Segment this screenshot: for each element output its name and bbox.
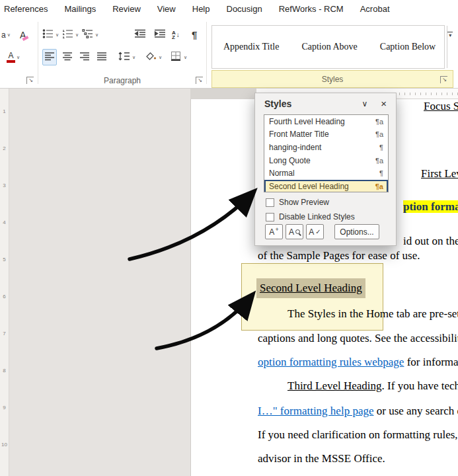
manage-styles-button[interactable]: A✓ — [306, 224, 324, 239]
bullet-list-icon — [42, 28, 54, 42]
borders-button[interactable]: ∨ — [169, 49, 188, 65]
justify-button[interactable] — [95, 49, 108, 65]
align-left-button[interactable] — [42, 49, 57, 65]
font-color-icon: A — [7, 52, 15, 63]
doc-line-sample-pages[interactable]: of the Sample Pages for ease of use. — [258, 249, 420, 262]
doc-line-laid-out[interactable]: id out on the S — [403, 235, 458, 248]
ribbon-tab-bar: References Mailings Review View Help Doc… — [0, 0, 458, 18]
doc-second-level-heading[interactable]: Second Level Heading — [256, 278, 365, 298]
disable-linked-styles-checkbox[interactable]: Disable Linked Styles — [266, 212, 355, 221]
checkbox-icon[interactable] — [266, 198, 274, 207]
decrease-indent-button[interactable] — [132, 26, 148, 43]
option-formatting-link[interactable]: option formatting rules webpage — [258, 356, 404, 368]
chevron-down-icon: ∨ — [95, 32, 98, 37]
doc-first-level-heading[interactable]: First Lev — [421, 167, 458, 180]
paint-bucket-icon — [144, 51, 157, 64]
style-item-label: Normal — [269, 169, 295, 178]
style-item-front-matter-title[interactable]: Front Matter Title ¶a — [264, 128, 388, 141]
tab-review[interactable]: Review — [112, 4, 141, 14]
tab-acrobat[interactable]: Acrobat — [360, 4, 390, 14]
style-inspector-button[interactable]: A — [286, 224, 303, 239]
styles-pane-launcher[interactable]: ↘ — [440, 76, 447, 83]
styles-group-label-bar: Styles ↘ — [211, 70, 453, 88]
ruler-number: 2 — [0, 145, 9, 151]
paragraph-group-label: Paragraph — [40, 76, 205, 85]
gallery-style-caption-below[interactable]: Caption Below — [369, 42, 447, 52]
align-center-button[interactable] — [61, 49, 74, 65]
style-item-label: Fourth Level Heading — [269, 117, 345, 126]
doc-line-help-page[interactable]: I…" formatting help page or use any sear… — [258, 405, 458, 418]
gallery-style-caption-above[interactable]: Caption Above — [290, 42, 368, 52]
doc-line-clarification[interactable]: If you need clarification on formatting … — [258, 428, 458, 442]
tab-help[interactable]: Help — [192, 4, 210, 14]
paragraph-mark-icon: ¶ — [379, 169, 383, 177]
style-item-second-level-heading[interactable]: Second Level Heading ¶a — [264, 180, 388, 192]
chevron-down-icon: ∨ — [159, 55, 162, 60]
styles-pane-title: Styles — [264, 99, 291, 109]
tab-mailings[interactable]: Mailings — [64, 4, 96, 14]
options-button[interactable]: Options... — [334, 224, 379, 239]
ruler-number: 4 — [0, 219, 9, 225]
chevron-down-icon: ∨ — [75, 32, 79, 37]
tab-view[interactable]: View — [157, 4, 176, 14]
tab-docusign[interactable]: Docusign — [227, 4, 262, 14]
increase-indent-button[interactable] — [152, 26, 168, 43]
show-preview-checkbox[interactable]: Show Preview — [266, 198, 329, 207]
doc-line-third-level[interactable]: Third Level Heading. If you have techni — [287, 379, 458, 393]
lowercase-a-icon: a — [1, 31, 6, 39]
ribbon: a ∨ A A ∨ ↘ ∨ ∨ — [0, 18, 458, 89]
doc-line-option-formatting[interactable]: option formatting rules webpage for info… — [258, 356, 458, 369]
styles-pane-header[interactable]: Styles ∨ × — [255, 93, 396, 112]
align-right-icon — [79, 52, 90, 63]
font-color-button[interactable]: A ∨ — [5, 49, 21, 65]
ruler-number: 8 — [0, 368, 9, 374]
chevron-down-icon: ∨ — [184, 55, 187, 60]
manage-styles-icon: A — [309, 227, 314, 237]
gallery-style-appendix-title[interactable]: Appendix Title — [212, 42, 290, 52]
font-dialog-launcher[interactable]: ↘ — [26, 77, 34, 84]
show-hide-marks-button[interactable]: ¶ — [190, 26, 198, 43]
justify-icon — [96, 52, 107, 63]
doc-heading-focus-state[interactable]: Focus State — [424, 100, 458, 113]
clear-formatting-button[interactable]: A — [19, 26, 27, 43]
shading-button[interactable]: ∨ — [143, 49, 163, 65]
styles-list: Fourth Level Heading ¶a Front Matter Tit… — [264, 114, 389, 192]
multilevel-list-icon — [82, 28, 94, 42]
paragraph-dialog-launcher[interactable]: ↘ — [196, 77, 203, 84]
ruler-number: 10 — [0, 442, 9, 448]
chevron-down-icon: ▾ — [449, 33, 451, 38]
checkbox-icon[interactable] — [266, 213, 274, 221]
gallery-more-button[interactable]: ▾ — [447, 26, 453, 68]
change-case-button[interactable]: a ∨ — [0, 26, 12, 43]
tab-references[interactable]: References — [4, 4, 48, 14]
doc-line-styles-home[interactable]: The Styles in the Home tab are pre-set f — [287, 307, 458, 321]
new-style-button[interactable]: A+ — [265, 224, 283, 239]
disable-linked-styles-label: Disable Linked Styles — [279, 212, 355, 221]
vertical-ruler[interactable]: 1 2 3 4 5 6 7 8 9 10 — [0, 89, 9, 476]
style-item-normal[interactable]: Normal ¶ — [264, 167, 388, 180]
show-preview-label: Show Preview — [279, 198, 329, 207]
multilevel-list-button[interactable]: ∨ — [81, 26, 100, 43]
bullets-button[interactable]: ∨ — [41, 26, 60, 43]
paragraph-mark-icon: ¶ — [379, 143, 383, 151]
chevron-down-icon[interactable]: ∨ — [362, 99, 367, 108]
selection-highlight: Second Level Heading — [256, 278, 365, 298]
close-icon[interactable]: × — [381, 98, 387, 109]
chevron-down-icon: ∨ — [7, 32, 11, 37]
chevron-down-icon: ∨ — [56, 32, 59, 37]
doc-highlighted-fragment[interactable]: ption formatt — [403, 200, 458, 214]
align-center-icon — [62, 52, 73, 63]
doc-line-advisor[interactable]: advisor in the MSSE Office. — [258, 452, 385, 465]
linked-style-mark-icon: ¶a — [375, 157, 383, 165]
line-spacing-button[interactable]: ∨ — [116, 49, 137, 65]
align-right-button[interactable] — [78, 49, 91, 65]
formatting-help-link[interactable]: I…" formatting help page — [258, 405, 373, 417]
numbering-button[interactable]: ∨ — [61, 26, 80, 43]
sort-button[interactable]: AZ ↓ — [171, 26, 181, 43]
tab-refworks[interactable]: RefWorks - RCM — [279, 4, 344, 14]
style-item-long-quote[interactable]: Long Quote ¶a — [264, 154, 388, 167]
ruler-number: 9 — [0, 405, 9, 411]
style-item-hanging-indent[interactable]: hanging-indent ¶ — [264, 141, 388, 154]
style-item-fourth-level-heading[interactable]: Fourth Level Heading ¶a — [264, 115, 388, 128]
doc-line-captions[interactable]: captions and long quotes. See the access… — [258, 332, 458, 345]
